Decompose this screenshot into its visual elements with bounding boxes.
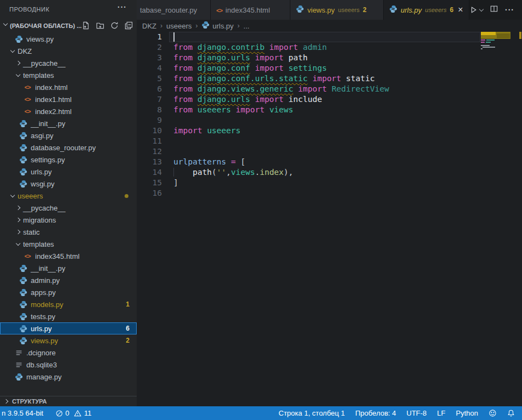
tree-item-label: index345.html — [35, 252, 80, 260]
tree-item-index1-html[interactable]: <>index1.html — [0, 93, 137, 105]
code-line-9[interactable]: 9 — [137, 115, 522, 126]
tree-item-urls-py[interactable]: urls.py — [0, 166, 137, 178]
language-mode-item[interactable]: Python — [456, 409, 478, 417]
close-icon[interactable]: × — [458, 5, 463, 14]
indentation-item[interactable]: Пробелов: 4 — [355, 409, 396, 417]
tree-item-views-py[interactable]: views.py2 — [0, 334, 137, 347]
problem-count-badge: 2 — [126, 337, 130, 344]
tree-item-urls-py[interactable]: urls.py6 — [0, 322, 137, 334]
new-folder-button[interactable] — [96, 21, 104, 30]
line-number: 14 — [137, 167, 162, 178]
code-line-8[interactable]: 8from useeers import views — [137, 105, 522, 115]
tree-item-wsgi-py[interactable]: wsgi.py — [0, 178, 137, 190]
tree-item-index345-html[interactable]: <>index345.html — [0, 250, 137, 262]
tree-item-label: urls.py — [31, 168, 52, 176]
more-actions-icon[interactable]: ··· — [505, 5, 514, 14]
explorer-actions — [82, 21, 137, 30]
tree-item-migrations[interactable]: migrations — [0, 214, 137, 226]
tree-item-static[interactable]: static — [0, 226, 137, 238]
breadcrumb-item-dkz[interactable]: DKZ — [142, 22, 156, 30]
tree-item-useeers[interactable]: useeers — [0, 190, 137, 202]
code-line-6[interactable]: 6from django.views.generic import Redire… — [137, 84, 522, 94]
code-line-14[interactable]: 14 path('',views.index), — [137, 167, 522, 178]
run-icon — [470, 6, 478, 14]
problems-item[interactable]: 0 11 — [55, 409, 92, 417]
tree-item-templates[interactable]: templates — [0, 69, 137, 81]
code-line-3[interactable]: 3from django.urls import path — [137, 53, 522, 63]
code-line-5[interactable]: 5from django.conf.urls.static import sta… — [137, 73, 522, 84]
minimap-line-mark — [482, 47, 495, 48]
encoding-item[interactable]: UTF-8 — [407, 409, 427, 417]
tree-item-db-sqlite3[interactable]: db.sqlite3 — [0, 359, 137, 371]
tree-item-label: index.html — [35, 83, 68, 92]
code-line-15[interactable]: 15] — [137, 178, 522, 188]
minimap[interactable] — [480, 32, 518, 406]
tree-item-apps-py[interactable]: apps.py — [0, 286, 137, 298]
tree-item-manage-py[interactable]: manage.py — [0, 371, 137, 383]
explorer-sidebar: ПРОВОДНИК ··· (РАБОЧАЯ ОБЛАСТЬ) ... view… — [0, 0, 137, 406]
chevron-right-icon — [4, 399, 8, 404]
breadcrumb-item-useeers[interactable]: useeers — [166, 22, 192, 30]
breadcrumb-item--[interactable]: ... — [244, 22, 250, 30]
code-line-7[interactable]: 7from django.urls import include — [137, 94, 522, 105]
workspace-section-header[interactable]: (РАБОЧАЯ ОБЛАСТЬ) ... — [0, 19, 137, 32]
tree-item-models-py[interactable]: models.py1 — [0, 298, 137, 310]
tree-item-templates[interactable]: templates — [0, 238, 137, 250]
code-editor[interactable]: 12from django.contrib import admin3from … — [137, 32, 522, 406]
tree-item-admin-py[interactable]: admin.py — [0, 274, 137, 286]
error-count: 0 — [65, 409, 69, 417]
editor-actions: ··· — [470, 0, 522, 20]
tab-views-py[interactable]: views.pyuseeers2 — [290, 0, 384, 20]
chevron-down-icon — [16, 72, 20, 76]
collapse-all-button[interactable] — [125, 21, 133, 30]
python-interpreter-item[interactable]: n 3.9.5 64-bit — [2, 409, 43, 417]
html-icon: <> — [25, 84, 31, 90]
code-line-1[interactable]: 1 — [137, 32, 522, 42]
python-icon — [389, 5, 397, 13]
tree-item--dcignore[interactable]: .dcignore — [0, 347, 137, 359]
tree-item--pycache-[interactable]: __pycache__ — [0, 57, 137, 69]
new-file-button[interactable] — [82, 21, 90, 30]
eol-item[interactable]: LF — [437, 409, 445, 417]
tree-item-asgi-py[interactable]: asgi.py — [0, 129, 137, 141]
tree-item-label: views.py — [31, 337, 58, 345]
code-line-12[interactable]: 12 — [137, 146, 522, 157]
split-editor-button[interactable] — [490, 5, 498, 15]
run-python-file-button[interactable] — [470, 6, 483, 14]
code-line-13[interactable]: 13urlpatterns = [ — [137, 157, 522, 167]
tree-item-dkz[interactable]: DKZ — [0, 45, 137, 57]
line-number: 7 — [137, 94, 162, 105]
tab-urls-py[interactable]: urls.pyuseeers6× — [384, 0, 469, 20]
python-icon — [19, 276, 27, 285]
code-line-4[interactable]: 4from django.conf import settings — [137, 63, 522, 73]
feedback-icon[interactable] — [489, 409, 497, 417]
overview-ruler[interactable] — [518, 32, 522, 406]
tree-item--init-py[interactable]: __init__.py — [0, 117, 137, 129]
tree-item--pycache-[interactable]: __pycache__ — [0, 202, 137, 214]
tree-item-index-html[interactable]: <>index.html — [0, 81, 137, 93]
tree-item-label: wsgi.py — [31, 180, 54, 188]
tree-item-database-roouter-py[interactable]: database_roouter.py — [0, 141, 137, 154]
tree-item-tests-py[interactable]: tests.py — [0, 310, 137, 322]
tree-item-settings-py[interactable]: settings.py — [0, 154, 137, 166]
tab-index345-html[interactable]: <>index345.html — [211, 0, 290, 20]
tree-item--init-py[interactable]: __init__.py — [0, 262, 137, 274]
code-line-10[interactable]: 10import useeers — [137, 126, 522, 136]
tree-item-index2-html[interactable]: <>index2.html — [0, 105, 137, 117]
tab-tabase-roouter-py[interactable]: tabase_roouter.py — [137, 0, 211, 20]
bell-icon[interactable] — [507, 409, 515, 417]
code-line-16[interactable]: 16 — [137, 188, 522, 198]
code-line-2[interactable]: 2from django.contrib import admin — [137, 42, 522, 53]
refresh-button[interactable] — [110, 21, 119, 30]
cursor-position-item[interactable]: Строка 1, столбец 1 — [279, 409, 345, 417]
breadcrumb-item-urls-py[interactable]: urls.py — [201, 21, 233, 31]
html-icon: <> — [216, 7, 222, 14]
explorer-more-actions-icon[interactable]: ··· — [117, 3, 127, 12]
tab-label: urls.py — [401, 6, 422, 14]
python-icon — [19, 337, 27, 345]
outline-section-header[interactable]: СТРУКТУРА — [0, 396, 137, 406]
code-line-11[interactable]: 11 — [137, 136, 522, 146]
code-lines[interactable]: 12from django.contrib import admin3from … — [137, 32, 522, 198]
tree-item-label: admin.py — [31, 276, 60, 285]
tree-item-views-py[interactable]: views.py — [0, 33, 137, 45]
